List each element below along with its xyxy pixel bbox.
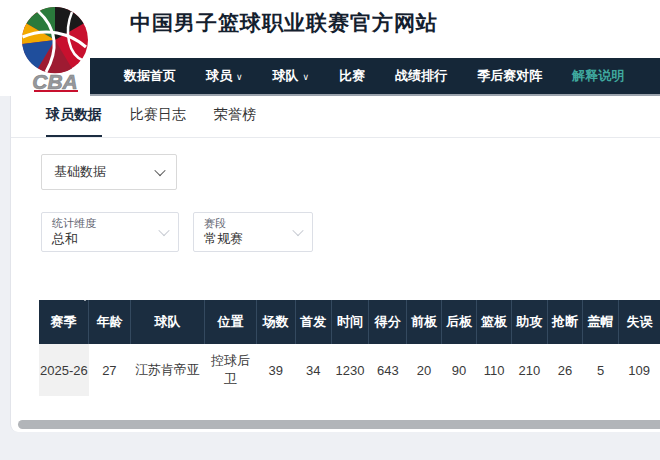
nav-item-1[interactable]: 数据首页 <box>124 67 176 85</box>
table-header-cell[interactable]: 球队 <box>130 300 205 344</box>
table-header-cell[interactable]: 时间 <box>331 300 369 344</box>
nav-item-label: 季后赛对阵 <box>477 67 542 85</box>
chevron-down-icon <box>292 225 303 236</box>
table-cell: 5 <box>583 344 619 396</box>
table-body: 2025-2627江苏肯帝亚控球后卫3934123064320901102102… <box>39 344 660 396</box>
nav-item-label: 数据首页 <box>124 67 176 85</box>
nav-item-label: 球队 <box>273 67 299 85</box>
logo-text: CBA <box>32 70 78 93</box>
chevron-down-icon <box>154 165 165 176</box>
chevron-down-icon: ∨ <box>303 72 310 82</box>
table-header-cell[interactable]: 后板 <box>441 300 477 344</box>
horizontal-scrollbar-thumb[interactable] <box>18 420 660 429</box>
stats-table-wrapper: 赛季年龄球队位置场数首发时间得分前板后板篮板助攻抢断盖帽失误 2025-2627… <box>39 293 660 396</box>
tab-1[interactable]: 球员数据 <box>46 106 102 137</box>
player-stats-table: 赛季年龄球队位置场数首发时间得分前板后板篮板助攻抢断盖帽失误 2025-2627… <box>39 300 660 396</box>
stage-value: 常规赛 <box>204 231 243 247</box>
table-cell: 2025-26 <box>39 344 89 396</box>
table-cell: 109 <box>618 344 660 396</box>
table-cell: 江苏肯帝亚 <box>130 344 205 396</box>
data-type-select[interactable]: 基础数据 <box>41 154 177 190</box>
nav-bar: 数据首页球员∨球队∨比赛战绩排行季后赛对阵解释说明 <box>90 58 660 96</box>
table-header-cell[interactable]: 助攻 <box>511 300 547 344</box>
stat-dimension-value: 总和 <box>52 231 96 247</box>
tab-bar: 球员数据比赛日志荣誉榜 <box>11 96 660 138</box>
table-cell: 110 <box>477 344 512 396</box>
table-header-cell[interactable]: 赛季 <box>39 300 89 344</box>
nav-item-label: 战绩排行 <box>395 67 447 85</box>
stage-label: 赛段 <box>204 217 243 231</box>
nav-item-6[interactable]: 季后赛对阵 <box>477 67 542 85</box>
chevron-down-icon <box>158 225 169 236</box>
table-header-cell[interactable]: 失误 <box>618 300 660 344</box>
nav-item-label: 解释说明 <box>572 67 624 85</box>
table-header-cell[interactable]: 位置 <box>205 300 256 344</box>
nav-item-4[interactable]: 比赛 <box>339 67 365 85</box>
table-cell: 643 <box>369 344 407 396</box>
table-header-cell[interactable]: 前板 <box>407 300 442 344</box>
nav-item-3[interactable]: 球队∨ <box>273 67 310 85</box>
stat-dimension-select[interactable]: 统计维度 总和 <box>41 212 179 252</box>
table-cell: 34 <box>296 344 332 396</box>
table-cell: 26 <box>547 344 583 396</box>
table-cell: 39 <box>256 344 295 396</box>
nav-item-2[interactable]: 球员∨ <box>206 67 243 85</box>
table-header-row: 赛季年龄球队位置场数首发时间得分前板后板篮板助攻抢断盖帽失误 <box>39 300 660 344</box>
table-header-cell[interactable]: 得分 <box>369 300 407 344</box>
table-cell: 210 <box>511 344 547 396</box>
table-header-cell[interactable]: 场数 <box>256 300 295 344</box>
basketball-icon <box>22 7 88 73</box>
nav-item-label: 球员 <box>206 67 232 85</box>
table-header-cell[interactable]: 年龄 <box>89 300 130 344</box>
content-card: 球员数据比赛日志荣誉榜 基础数据 统计维度 总和 赛段 常规赛 赛季年龄球队位置… <box>10 96 660 432</box>
stage-select[interactable]: 赛段 常规赛 <box>193 212 313 252</box>
chevron-down-icon: ∨ <box>236 72 243 82</box>
table-cell: 控球后卫 <box>205 344 256 396</box>
data-type-value: 基础数据 <box>54 163 106 181</box>
table-row: 2025-2627江苏肯帝亚控球后卫3934123064320901102102… <box>39 344 660 396</box>
stat-dimension-label: 统计维度 <box>52 217 96 231</box>
table-cell: 20 <box>407 344 442 396</box>
table-cell: 1230 <box>331 344 369 396</box>
table-header-cell[interactable]: 首发 <box>296 300 332 344</box>
tab-3[interactable]: 荣誉榜 <box>214 106 256 137</box>
tooltip-caret <box>76 293 94 301</box>
table-cell: 90 <box>441 344 477 396</box>
nav-item-label: 比赛 <box>339 67 365 85</box>
table-header-cell[interactable]: 盖帽 <box>583 300 619 344</box>
tab-2[interactable]: 比赛日志 <box>130 106 186 137</box>
table-cell: 27 <box>89 344 130 396</box>
page-title: 中国男子篮球职业联赛官方网站 <box>130 9 438 37</box>
table-header-cell[interactable]: 篮板 <box>477 300 512 344</box>
cba-logo[interactable]: CBA <box>8 3 102 93</box>
table-header-cell[interactable]: 抢断 <box>547 300 583 344</box>
nav-item-7[interactable]: 解释说明 <box>572 67 624 85</box>
nav-item-5[interactable]: 战绩排行 <box>395 67 447 85</box>
